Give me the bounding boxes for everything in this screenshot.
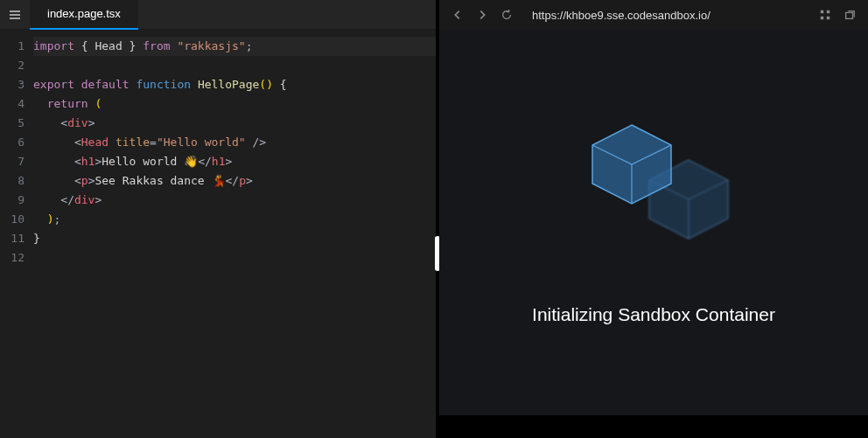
preview-viewport: Initializing Sandbox Container [439, 30, 868, 415]
line-number: 1 [0, 37, 24, 56]
code-line: <div> [33, 114, 436, 133]
preview-pane: https://khboe9.sse.codesandbox.io/ [439, 0, 868, 438]
code-line: <Head title="Hello world" /> [33, 133, 436, 152]
code-content: import { Head } from "rakkasjs"; export … [33, 37, 436, 438]
line-number: 9 [0, 191, 24, 210]
grid-icon [819, 9, 831, 21]
line-number: 2 [0, 56, 24, 75]
browser-toolbar: https://khboe9.sse.codesandbox.io/ [439, 0, 868, 30]
open-window-button[interactable] [838, 3, 861, 26]
line-number: 4 [0, 94, 24, 114]
editor-tabs: index.page.tsx [0, 0, 436, 30]
hamburger-icon [8, 8, 22, 22]
code-line [33, 248, 436, 268]
line-number: 10 [0, 210, 24, 229]
editor-pane: index.page.tsx 123456789101112 import { … [0, 0, 436, 438]
code-line: <p>See Rakkas dance 💃</p> [33, 171, 436, 191]
line-number: 6 [0, 133, 24, 152]
code-line [33, 56, 436, 75]
chevron-right-icon [476, 9, 488, 21]
line-gutter: 123456789101112 [0, 37, 33, 438]
line-number: 8 [0, 171, 24, 191]
nav-forward-button[interactable] [471, 3, 494, 26]
svg-rect-5 [821, 17, 824, 20]
url-input[interactable]: https://khboe9.sse.codesandbox.io/ [527, 5, 805, 25]
code-line: return ( [33, 94, 436, 114]
code-line: ); [33, 210, 436, 229]
nav-reload-button[interactable] [495, 3, 518, 26]
loading-cubes [562, 121, 746, 261]
svg-rect-6 [827, 17, 830, 20]
line-number: 5 [0, 114, 24, 133]
editor-tab-active[interactable]: index.page.tsx [30, 0, 138, 30]
line-number: 12 [0, 248, 24, 268]
loading-status-text: Initializing Sandbox Container [532, 304, 775, 325]
line-number: 7 [0, 152, 24, 171]
reload-icon [500, 9, 513, 21]
line-number: 11 [0, 229, 24, 248]
line-number: 3 [0, 75, 24, 94]
svg-rect-4 [827, 10, 830, 14]
code-line: import { Head } from "rakkasjs"; [33, 37, 436, 56]
tab-label: index.page.tsx [47, 7, 121, 20]
url-text: https://khboe9.sse.codesandbox.io/ [532, 9, 710, 22]
svg-rect-3 [821, 10, 824, 14]
code-line: <h1>Hello world 👋</h1> [33, 152, 436, 171]
open-window-icon [844, 9, 856, 21]
code-editor[interactable]: 123456789101112 import { Head } from "ra… [0, 30, 436, 438]
toolbar-button-1[interactable] [814, 3, 836, 26]
code-line: </div> [33, 191, 436, 210]
cube-icon [588, 121, 676, 208]
preview-bottom-bar [439, 415, 868, 438]
svg-rect-7 [846, 12, 853, 18]
code-line: export default function HelloPage() { [33, 75, 436, 94]
chevron-left-icon [452, 9, 464, 21]
nav-back-button[interactable] [446, 3, 469, 26]
menu-button[interactable] [0, 0, 30, 30]
code-line: } [33, 229, 436, 248]
